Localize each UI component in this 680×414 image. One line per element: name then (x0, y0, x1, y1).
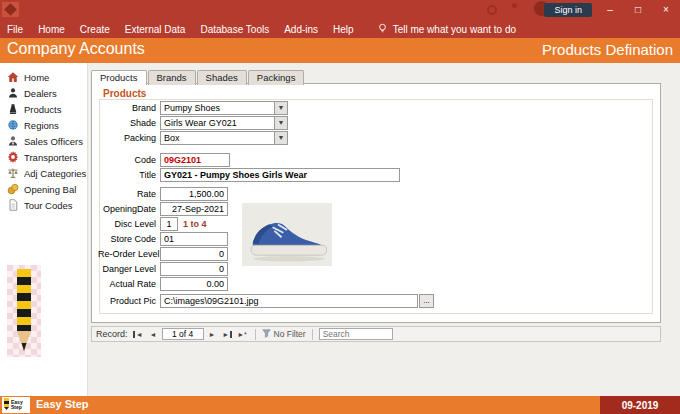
menu-external-data[interactable]: External Data (125, 24, 186, 35)
search-input[interactable] (319, 328, 393, 340)
title-label: Title (98, 170, 160, 180)
chevron-down-icon[interactable]: ▼ (274, 132, 287, 144)
new-record-glyph: ►* (237, 331, 247, 338)
menu-help[interactable]: Help (333, 24, 354, 35)
sidebar-item-adj-categories[interactable]: Adj Categories (0, 165, 87, 181)
sidebar-item-transporters[interactable]: Transporters (0, 149, 87, 165)
tell-me-label: Tell me what you want to do (393, 24, 516, 35)
tell-me-box[interactable]: Tell me what you want to do (377, 23, 516, 36)
new-record-button[interactable]: ►* (236, 328, 249, 340)
document-icon (7, 199, 19, 211)
sidebar-item-dealers[interactable]: Dealers (0, 85, 87, 101)
sidebar-item-label: Products (24, 104, 62, 115)
reorder-level-input[interactable]: 0 (160, 247, 228, 261)
title-bar: Sign in – □ × File Home Create External … (0, 0, 680, 38)
product-pic-row: Product Pic C:\images\09G2101.jpg ... (98, 294, 434, 308)
sidebar-list: Home Dealers Products Regions Sales Offi… (0, 63, 87, 213)
sidebar-item-label: Opening Bal (24, 184, 76, 195)
menu-add-ins[interactable]: Add-ins (284, 24, 318, 35)
sidebar-item-home[interactable]: Home (0, 69, 87, 85)
window-controls: – □ × (596, 0, 680, 19)
minimize-button[interactable]: – (596, 0, 624, 19)
shade-label: Shade (98, 118, 160, 128)
packing-row: Packing Box ▼ (98, 131, 288, 145)
tab-shades[interactable]: Shades (197, 70, 247, 85)
menu-create[interactable]: Create (80, 24, 110, 35)
sidebar-item-regions[interactable]: Regions (0, 117, 87, 133)
disc-level-input[interactable]: 1 (160, 217, 178, 231)
shade-select[interactable]: Girls Wear GY021 ▼ (160, 116, 288, 130)
product-icon (7, 103, 19, 115)
filter-icon (262, 329, 271, 340)
reorder-level-row: Re-Order Level 0 (98, 247, 228, 261)
shade-value: Girls Wear GY021 (161, 117, 274, 129)
tab-packings[interactable]: Packings (248, 70, 305, 85)
menu-file[interactable]: File (7, 24, 23, 35)
titlebar-decoration-circle-outline (487, 5, 497, 15)
sidebar-item-opening-bal[interactable]: Opening Bal (0, 181, 87, 197)
logo-line-2: Step (11, 404, 22, 410)
next-record-button[interactable]: ► (206, 328, 219, 340)
record-label: Record: (96, 329, 128, 339)
last-record-button[interactable]: ► (221, 328, 234, 340)
page-subtitle: Products Defination (542, 41, 673, 58)
sidebar-item-label: Sales Officers (24, 136, 83, 147)
easy-step-logo: Easy Step (2, 397, 30, 413)
code-label: Code (98, 155, 160, 165)
tab-products[interactable]: Products (91, 70, 147, 85)
sidebar-item-label: Tour Codes (24, 200, 73, 211)
title-input[interactable]: GY021 - Pumpy Shoes Girls Wear (160, 168, 400, 182)
divider (255, 329, 256, 340)
tab-brands[interactable]: Brands (148, 70, 196, 85)
filter-toggle[interactable]: No Filter (262, 329, 306, 340)
home-icon (7, 71, 19, 83)
divider (312, 329, 313, 340)
title-row: Title GY021 - Pumpy Shoes Girls Wear (98, 168, 400, 182)
product-pic-input[interactable]: C:\images\09G2101.jpg (160, 294, 418, 308)
reorder-level-label: Re-Order Level (98, 249, 160, 259)
menu-home[interactable]: Home (38, 24, 65, 35)
sidebar-item-label: Regions (24, 120, 59, 131)
coins-icon (7, 183, 19, 195)
packing-select[interactable]: Box ▼ (160, 131, 288, 145)
filter-label: No Filter (274, 329, 306, 339)
sidebar-item-sales-officers[interactable]: Sales Officers (0, 133, 87, 149)
globe-icon (7, 119, 19, 131)
bar-glyph (133, 331, 135, 338)
product-pic-label: Product Pic (98, 296, 160, 306)
chevron-down-icon[interactable]: ▼ (274, 102, 287, 114)
brand-label: Brand (98, 103, 160, 113)
prev-glyph: ◄ (150, 331, 157, 338)
opening-date-input[interactable]: 27-Sep-2021 (160, 202, 228, 216)
opening-date-row: OpeningDate 27-Sep-2021 (98, 202, 228, 216)
danger-level-input[interactable]: 0 (160, 262, 228, 276)
menu-database-tools[interactable]: Database Tools (200, 24, 269, 35)
app-header: Company Accounts Products Defination (0, 38, 680, 63)
brand-select[interactable]: Pumpy Shoes ▼ (160, 101, 288, 115)
titlebar-decoration-dot (512, 3, 517, 8)
person-icon (7, 87, 19, 99)
first-record-button[interactable]: ◄ (132, 328, 145, 340)
store-code-input[interactable]: 01 (160, 232, 228, 246)
page-title: Company Accounts (7, 40, 145, 58)
store-code-label: Store Code (98, 234, 160, 244)
sidebar-item-tour-codes[interactable]: Tour Codes (0, 197, 87, 213)
disc-level-label: Disc Level (98, 219, 160, 229)
chevron-down-icon[interactable]: ▼ (274, 117, 287, 129)
record-position[interactable]: 1 of 4 (162, 328, 204, 340)
code-row: Code 09G2101 (98, 153, 230, 167)
sidebar-item-label: Dealers (24, 88, 57, 99)
sidebar-item-products[interactable]: Products (0, 101, 87, 117)
maximize-button[interactable]: □ (624, 0, 652, 19)
next-glyph: ► (209, 331, 216, 338)
code-input[interactable]: 09G2101 (160, 153, 230, 167)
actual-rate-input[interactable]: 0.00 (160, 277, 228, 291)
browse-button[interactable]: ... (419, 294, 434, 308)
section-title: Products (103, 88, 146, 99)
previous-record-button[interactable]: ◄ (147, 328, 160, 340)
packing-label: Packing (98, 133, 160, 143)
bar-glyph (230, 331, 232, 338)
close-button[interactable]: × (652, 0, 680, 19)
sign-in-button[interactable]: Sign in (544, 3, 592, 17)
rate-input[interactable]: 1,500.00 (160, 187, 228, 201)
